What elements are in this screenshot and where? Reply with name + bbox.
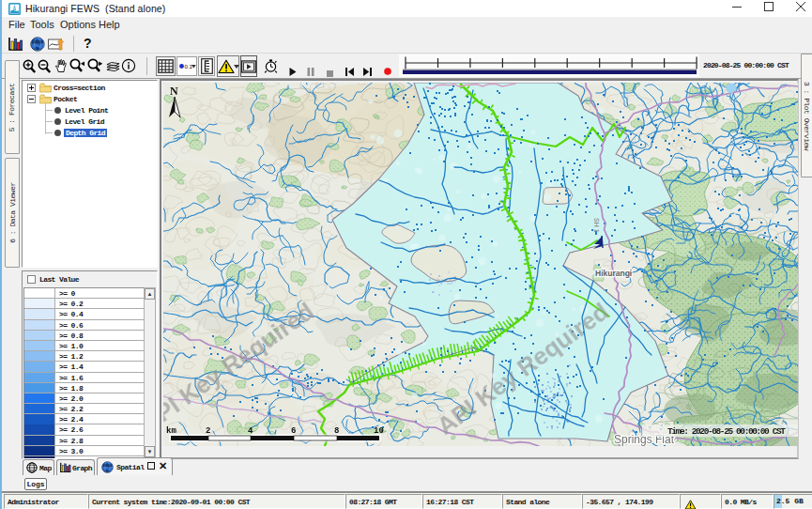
svg-text:4: 4 xyxy=(248,426,253,436)
svg-text:8: 8 xyxy=(334,426,339,436)
svg-text:Time: 2020-08-25 00:00:00 CST: Time: 2020-08-25 00:00:00 CST xyxy=(667,426,786,437)
svg-text:6: 6 xyxy=(291,426,296,436)
svg-text:0.1: 0.1 xyxy=(185,64,193,69)
svg-text:10: 10 xyxy=(374,426,384,436)
svg-text:km: km xyxy=(166,426,176,436)
svg-text:2: 2 xyxy=(206,426,210,436)
svg-text:SH 1: SH 1 xyxy=(593,218,600,233)
svg-text:Hikurangi: Hikurangi xyxy=(595,269,632,278)
svg-text:N: N xyxy=(170,85,178,98)
